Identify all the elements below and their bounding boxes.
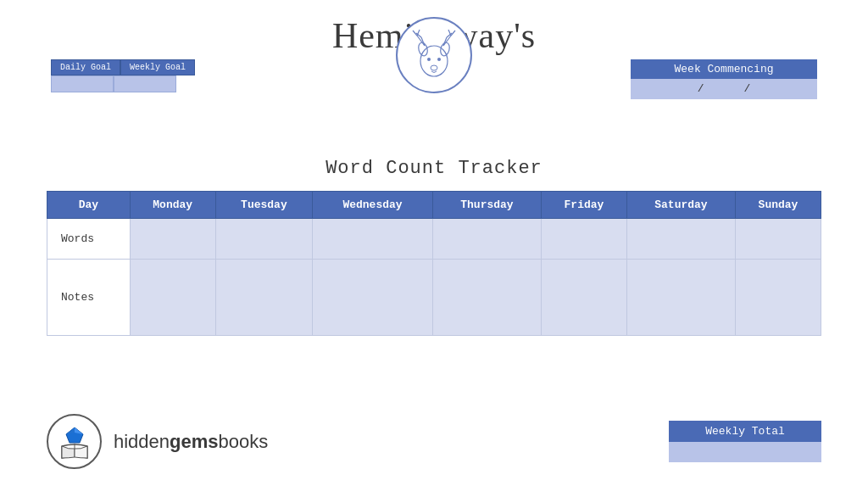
words-friday[interactable] <box>542 219 627 260</box>
week-commencing-label: Week Commencing <box>631 59 817 79</box>
notes-monday[interactable] <box>130 260 215 336</box>
deer-icon <box>404 25 464 85</box>
gem-book-icon <box>53 421 96 463</box>
word-count-table: Day Monday Tuesday Wednesday Thursday Fr… <box>47 191 821 336</box>
col-sunday: Sunday <box>736 192 821 219</box>
col-friday: Friday <box>542 192 627 219</box>
weekly-goal-header: Weekly Goal <box>120 59 195 75</box>
daily-goal-header: Daily Goal <box>51 59 120 75</box>
footer-logo-circle <box>47 414 102 469</box>
weekly-total-label: Weekly Total <box>669 421 821 442</box>
notes-row: Notes <box>47 260 821 336</box>
weekly-total-value[interactable] <box>669 442 821 462</box>
col-tuesday: Tuesday <box>215 192 313 219</box>
footer: hiddengemsbooks Weekly Total <box>0 414 868 469</box>
words-label: Words <box>47 219 131 260</box>
notes-saturday[interactable] <box>626 260 735 336</box>
daily-goal-value[interactable] <box>51 75 114 92</box>
weekly-goal-value[interactable] <box>114 75 176 92</box>
notes-sunday[interactable] <box>736 260 821 336</box>
words-wednesday[interactable] <box>313 219 433 260</box>
table-header-row: Day Monday Tuesday Wednesday Thursday Fr… <box>47 192 821 219</box>
notes-thursday[interactable] <box>432 260 541 336</box>
weekly-total-box: Weekly Total <box>669 421 821 462</box>
words-sunday[interactable] <box>736 219 821 260</box>
goals-box: Daily Goal Weekly Goal <box>51 59 195 92</box>
col-saturday: Saturday <box>626 192 735 219</box>
svg-point-15 <box>431 65 437 70</box>
words-thursday[interactable] <box>432 219 541 260</box>
footer-brand-text: hiddengemsbooks <box>114 431 268 453</box>
notes-tuesday[interactable] <box>215 260 313 336</box>
week-commencing-value[interactable]: / / <box>631 79 817 99</box>
words-tuesday[interactable] <box>215 219 313 260</box>
tracker-table-wrapper: Day Monday Tuesday Wednesday Thursday Fr… <box>47 191 821 336</box>
words-monday[interactable] <box>130 219 215 260</box>
words-row: Words <box>47 219 821 260</box>
footer-branding: hiddengemsbooks <box>47 414 268 469</box>
logo-circle-top <box>396 17 472 93</box>
col-monday: Monday <box>130 192 215 219</box>
col-wednesday: Wednesday <box>313 192 433 219</box>
svg-point-14 <box>437 58 441 61</box>
page-subtitle: Word Count Tracker <box>0 158 868 179</box>
svg-point-0 <box>420 46 448 76</box>
notes-friday[interactable] <box>542 260 627 336</box>
col-day: Day <box>47 192 131 219</box>
words-saturday[interactable] <box>626 219 735 260</box>
week-commencing-box: Week Commencing / / <box>631 59 817 99</box>
col-thursday: Thursday <box>432 192 541 219</box>
notes-wednesday[interactable] <box>313 260 433 336</box>
svg-point-13 <box>427 58 431 61</box>
notes-label: Notes <box>47 260 131 336</box>
